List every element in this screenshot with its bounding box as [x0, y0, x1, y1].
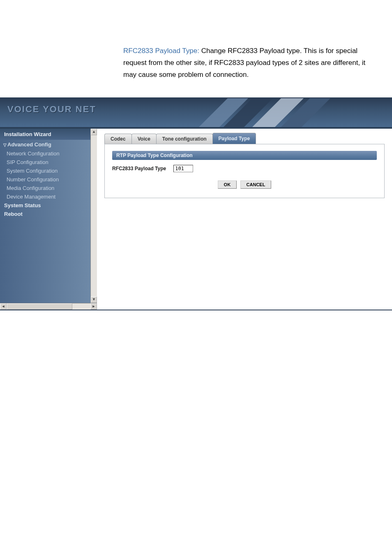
sidebar-reboot[interactable]: Reboot	[0, 210, 97, 218]
ok-button[interactable]: OK	[218, 180, 237, 189]
description-bluelabel: RFC2833 Payload Type:	[123, 47, 199, 55]
tabbar: Codec Voice Tone configuration Payload T…	[104, 133, 385, 144]
scroll-htrack[interactable]	[7, 303, 90, 310]
banner-graphic	[195, 98, 334, 127]
app-frame: VOICE YOUR NET Installation Wizard Advan…	[0, 97, 392, 310]
sidebar-item-system[interactable]: System Configuration	[0, 166, 97, 175]
tab-voice[interactable]: Voice	[131, 134, 157, 144]
scroll-hthumb[interactable]	[7, 303, 72, 310]
sidebar-item-number[interactable]: Number Configuration	[0, 175, 97, 184]
sidebar-item-network[interactable]: Network Configuration	[0, 149, 97, 158]
sidebar-item-device[interactable]: Device Management	[0, 192, 97, 201]
tab-codec[interactable]: Codec	[104, 134, 132, 144]
sidebar: Installation Wizard Advanced Config Netw…	[0, 129, 97, 310]
scroll-track[interactable]	[91, 135, 97, 296]
scroll-down-icon[interactable]: ▼	[91, 296, 97, 303]
banner-title: VOICE YOUR NET	[7, 104, 96, 114]
sidebar-hscroll[interactable]: ◄ ►	[0, 303, 97, 310]
content-area: Codec Voice Tone configuration Payload T…	[97, 129, 392, 310]
scroll-left-icon[interactable]: ◄	[0, 303, 7, 310]
tab-payload[interactable]: Payload Type	[212, 133, 256, 144]
sidebar-install-wizard[interactable]: Installation Wizard	[0, 129, 97, 140]
section-title: RTP Payload Type Configuration	[112, 151, 377, 160]
rfc2833-payload-input[interactable]	[173, 165, 193, 172]
sidebar-item-media[interactable]: Media Configuration	[0, 184, 97, 192]
field-label-rfc2833: RFC2833 Payload Type	[112, 166, 166, 171]
sidebar-vscroll[interactable]: ▲ ▼	[90, 129, 97, 303]
form-panel: RTP Payload Type Configuration RFC2833 P…	[104, 144, 385, 198]
sidebar-system-status[interactable]: System Status	[0, 201, 97, 210]
cancel-button[interactable]: CANCEL	[240, 180, 272, 189]
description-text: RFC2833 Payload Type: Change RFC2833 Pay…	[123, 45, 367, 81]
sidebar-advanced-config[interactable]: Advanced Config	[0, 140, 97, 149]
sidebar-item-sip[interactable]: SIP Configuration	[0, 158, 97, 166]
scroll-up-icon[interactable]: ▲	[91, 129, 97, 135]
scroll-right-icon[interactable]: ►	[90, 303, 97, 310]
tab-tone[interactable]: Tone configuration	[156, 134, 213, 144]
banner: VOICE YOUR NET	[0, 98, 392, 127]
